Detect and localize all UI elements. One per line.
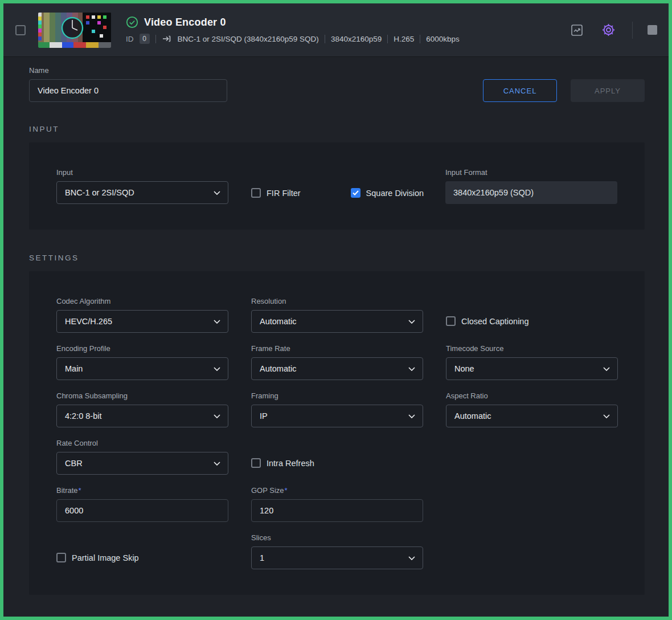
chevron-down-icon <box>214 191 220 195</box>
encoder-title-block: Video Encoder 0 ID 0 BNC-1 or 2SI/SQD (3… <box>126 16 460 44</box>
slices-group: Slices 1 <box>251 533 423 569</box>
apply-button[interactable]: APPLY <box>571 79 645 102</box>
chevron-down-icon <box>214 414 220 418</box>
codec-algorithm-select[interactable]: HEVC/H.265 <box>56 310 228 333</box>
checkbox-box <box>251 458 261 468</box>
resolution-select[interactable]: Automatic <box>251 310 423 333</box>
chevron-down-icon <box>408 367 415 371</box>
input-label: Input <box>56 168 228 177</box>
input-section-title: INPUT <box>29 125 645 134</box>
square-division-label: Square Division <box>366 189 424 198</box>
closed-captioning-checkbox[interactable]: Closed Captioning <box>446 316 618 326</box>
test-pattern-image <box>38 13 111 48</box>
meta-divider <box>387 35 388 43</box>
rate-control-select[interactable]: CBR <box>56 452 228 475</box>
fir-filter-label: FIR Filter <box>267 189 301 198</box>
framing-group: Framing IP <box>251 391 423 427</box>
chroma-subsampling-value: 4:2:0 8-bit <box>65 411 102 421</box>
chevron-down-icon <box>408 320 415 324</box>
encoder-select-checkbox[interactable] <box>15 25 26 35</box>
input-select-value: BNC-1 or 2SI/SQD <box>65 188 134 197</box>
statistics-button[interactable] <box>569 22 585 38</box>
input-format-value: 3840x2160p59 (SQD) <box>445 181 617 204</box>
frame-rate-label: Frame Rate <box>251 344 423 353</box>
bitrate-label: Bitrate* <box>56 486 228 495</box>
encoding-profile-select[interactable]: Main <box>56 357 228 380</box>
codec-algorithm-value: HEVC/H.265 <box>65 317 112 326</box>
fir-filter-checkbox[interactable]: FIR Filter <box>251 188 301 198</box>
bitrate-group: Bitrate* <box>56 486 228 522</box>
intra-refresh-cell: Intra Refresh <box>251 439 423 475</box>
slices-value: 1 <box>260 553 264 562</box>
input-descriptor: BNC-1 or 2SI/SQD (3840x2160p59 SQD) <box>178 35 319 43</box>
form-buttons: CANCEL APPLY <box>483 79 645 102</box>
header-divider <box>632 22 633 39</box>
chart-icon <box>570 23 584 37</box>
partial-image-skip-label: Partial Image Skip <box>72 553 139 562</box>
id-label: ID <box>126 35 134 43</box>
chevron-down-icon <box>214 367 220 371</box>
chevron-down-icon <box>214 320 220 324</box>
chevron-down-icon <box>408 556 415 560</box>
input-select[interactable]: BNC-1 or 2SI/SQD <box>56 181 228 204</box>
intra-refresh-label: Intra Refresh <box>267 459 314 468</box>
partial-image-skip-checkbox[interactable]: Partial Image Skip <box>56 553 228 562</box>
square-division-checkbox[interactable]: Square Division <box>351 188 424 198</box>
resolution-value: Automatic <box>260 317 296 326</box>
id-badge: 0 <box>140 34 150 44</box>
input-format-label: Input Format <box>445 168 617 177</box>
encoder-header: Video Encoder 0 ID 0 BNC-1 or 2SI/SQD (3… <box>3 3 669 57</box>
encoder-title: Video Encoder 0 <box>144 17 226 28</box>
gop-size-group: GOP Size* <box>251 486 423 522</box>
codec-algorithm-group: Codec Algorithm HEVC/H.265 <box>56 297 228 333</box>
cancel-button[interactable]: CANCEL <box>483 79 557 102</box>
closed-captioning-label: Closed Captioning <box>461 317 529 326</box>
chroma-subsampling-label: Chroma Subsampling <box>56 391 228 400</box>
timecode-source-group: Timecode Source None <box>446 344 618 380</box>
gop-size-input[interactable] <box>251 499 423 522</box>
meta-divider <box>325 35 325 43</box>
checkbox-box <box>446 316 456 326</box>
status-square-icon <box>648 25 657 35</box>
encoder-form: Name CANCEL APPLY INPUT Input BNC-1 or 2… <box>3 57 669 595</box>
framing-value: IP <box>260 411 268 421</box>
input-field-group: Input BNC-1 or 2SI/SQD <box>56 168 228 204</box>
timecode-source-select[interactable]: None <box>446 357 618 380</box>
chroma-subsampling-select[interactable]: 4:2:0 8-bit <box>56 405 228 427</box>
timecode-source-value: None <box>454 364 474 373</box>
chevron-down-icon <box>603 414 610 418</box>
slices-select[interactable]: 1 <box>251 546 423 569</box>
gop-size-label: GOP Size* <box>251 486 423 495</box>
intra-refresh-checkbox[interactable]: Intra Refresh <box>251 458 423 468</box>
name-field-group: Name <box>29 66 201 102</box>
meta-divider <box>420 35 420 43</box>
timecode-source-label: Timecode Source <box>446 344 618 353</box>
aspect-ratio-label: Aspect Ratio <box>446 391 618 400</box>
input-source-icon <box>162 34 172 43</box>
required-mark: * <box>79 486 81 495</box>
encoding-profile-group: Encoding Profile Main <box>56 344 228 380</box>
input-format-group: Input Format 3840x2160p59 (SQD) <box>445 168 617 204</box>
meta-divider <box>155 35 156 43</box>
encoder-meta-row: ID 0 BNC-1 or 2SI/SQD (3840x2160p59 SQD)… <box>126 34 460 44</box>
header-actions <box>569 21 657 39</box>
checkbox-box <box>56 553 66 562</box>
frame-rate-group: Frame Rate Automatic <box>251 344 423 380</box>
codec-algorithm-label: Codec Algorithm <box>56 297 228 305</box>
framing-label: Framing <box>251 391 423 400</box>
chevron-down-icon <box>603 367 610 371</box>
input-panel: Input BNC-1 or 2SI/SQD FIR Filter <box>29 142 645 230</box>
rate-control-value: CBR <box>65 459 83 468</box>
settings-button[interactable] <box>600 21 617 39</box>
frame-rate-select[interactable]: Automatic <box>251 357 423 380</box>
settings-section-title: SETTINGS <box>29 254 645 263</box>
status-ok-icon <box>126 16 138 28</box>
settings-panel: Codec Algorithm HEVC/H.265 Resolution Au… <box>29 271 645 595</box>
aspect-ratio-group: Aspect Ratio Automatic <box>446 391 618 427</box>
name-input[interactable] <box>29 79 227 102</box>
bitrate-input[interactable] <box>56 499 228 522</box>
encoder-config-window: Video Encoder 0 ID 0 BNC-1 or 2SI/SQD (3… <box>0 0 672 620</box>
encoding-profile-value: Main <box>65 364 83 373</box>
framing-select[interactable]: IP <box>251 405 423 427</box>
aspect-ratio-select[interactable]: Automatic <box>446 405 618 427</box>
